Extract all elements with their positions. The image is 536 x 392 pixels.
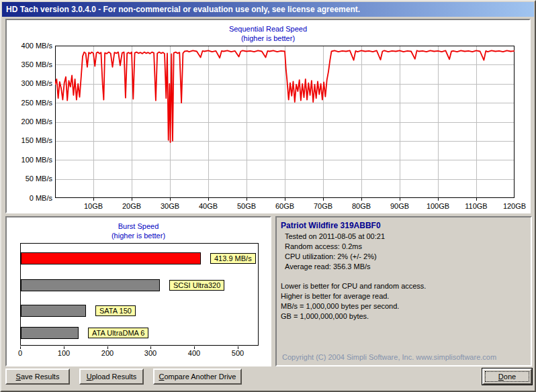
note-line: MB/s = 1,000,000 bytes per second. (277, 301, 531, 311)
burst-chart-subtitle: (higher is better) (7, 231, 270, 240)
burst-x-tick-label: 300 (139, 349, 162, 357)
burst-bar-label: SCSI Ultra320 (169, 280, 224, 291)
burst-x-tick-label: 200 (96, 349, 119, 357)
compare-another-drive-button[interactable]: Compare Another Drive (153, 369, 242, 385)
seq-x-tick-label: 60GB (268, 202, 302, 211)
seq-x-tick-label: 110GB (459, 202, 493, 211)
hdtach-window: HD Tach version 3.0.4.0 - For non-commer… (0, 0, 536, 392)
burst-x-tick-label: 400 (183, 349, 206, 357)
seq-x-tick-label: 50GB (230, 202, 263, 211)
seq-y-tick-label: 400 MB/s (8, 42, 52, 50)
seq-y-tick-label: 100 MB/s (8, 156, 52, 164)
test-result-line: Tested on 2011-08-05 at 00:21 (277, 232, 531, 242)
seq-y-tick-label: 350 MB/s (8, 60, 52, 69)
seq-chart-subtitle: (higher is better) (7, 34, 529, 43)
copyright-text: Copyright (C) 2004 Simpli Software, Inc.… (282, 353, 496, 361)
burst-bar-chart: 413.9 MB/sSCSI Ultra320SATA 150ATA Ultra… (20, 243, 259, 346)
note-line: Higher is better for average read. (277, 291, 531, 301)
burst-bar-label: 413.9 MB/s (210, 253, 256, 264)
seq-x-tick-label: 120GB (498, 202, 531, 211)
note-line: GB = 1,000,000,000 bytes. (277, 311, 531, 322)
seq-x-tick-label: 40GB (191, 202, 225, 211)
test-result-line: CPU utilization: 2% (+/- 2%) (277, 252, 531, 262)
note-line: Lower is better for CPU and random acces… (277, 281, 531, 291)
burst-bar-scsi-ultra320 (21, 279, 160, 291)
test-result-line: Random access: 0.2ms (277, 242, 531, 252)
seq-x-tick-label: 30GB (153, 202, 187, 211)
result-notes: Lower is better for CPU and random acces… (277, 281, 531, 322)
burst-chart-title: Burst Speed (7, 217, 270, 231)
seq-plot-area (55, 46, 515, 201)
burst-x-tick-label: 500 (226, 349, 249, 357)
save-results-button[interactable]: Save Results (5, 369, 70, 385)
seq-chart-title: Sequential Read Speed (7, 20, 529, 34)
seq-x-tick-label: 10GB (77, 202, 110, 211)
burst-bar-ata-ultradma-6 (21, 327, 79, 339)
test-result-line: Average read: 356.3 MB/s (277, 262, 531, 272)
seq-y-tick-label: 300 MB/s (8, 79, 52, 88)
seq-y-tick-label: 250 MB/s (8, 99, 52, 107)
seq-x-tick-label: 90GB (383, 202, 416, 211)
burst-bar-drive-burst (21, 252, 201, 264)
seq-x-tick-label: 20GB (115, 202, 148, 211)
burst-x-tick-label: 100 (52, 349, 75, 357)
window-title: HD Tach version 3.0.4.0 - For non-commer… (6, 5, 360, 14)
burst-bar-label: SATA 150 (95, 305, 136, 316)
burst-bar-label: ATA UltraDMA 6 (88, 328, 148, 338)
seq-y-tick-label: 50 MB/s (8, 175, 52, 183)
title-bar[interactable]: HD Tach version 3.0.4.0 - For non-commer… (2, 2, 534, 17)
burst-speed-panel: Burst Speed (higher is better) 413.9 MB/… (5, 216, 271, 366)
done-button[interactable]: Done (482, 369, 532, 385)
sequential-read-panel: Sequential Read Speed (higher is better)… (5, 19, 531, 213)
seq-y-tick-label: 200 MB/s (8, 117, 52, 126)
upload-results-button[interactable]: Upload Results (79, 369, 144, 385)
seq-read-line-chart (55, 46, 515, 201)
results-info-panel: Patriot Wildfire 319ABBF0 Tested on 2011… (275, 216, 532, 366)
burst-bar-sata-150 (21, 305, 86, 317)
test-results: Tested on 2011-08-05 at 00:21Random acce… (277, 232, 531, 272)
seq-x-tick-label: 100GB (421, 202, 455, 211)
seq-y-tick-label: 0 MB/s (8, 194, 52, 203)
burst-x-tick-label: 0 (9, 349, 32, 357)
seq-y-tick-label: 150 MB/s (8, 136, 52, 145)
seq-x-tick-label: 70GB (306, 202, 340, 211)
seq-x-tick-label: 80GB (345, 202, 378, 211)
drive-name: Patriot Wildfire 319ABBF0 (277, 217, 531, 232)
